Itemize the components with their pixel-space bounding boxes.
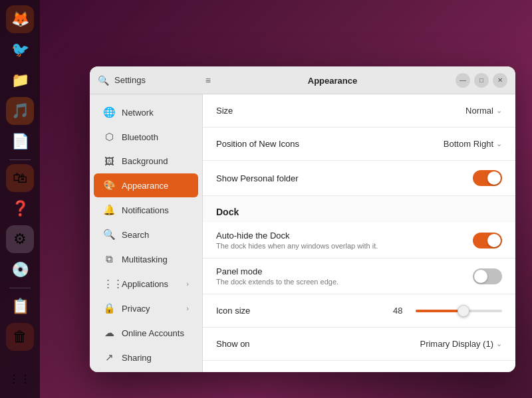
titlebar: 🔍 Settings ≡ Appearance — □ ✕ <box>90 66 515 94</box>
icon-size-slider-container: 48 <box>393 306 502 316</box>
sidebar-label-search: Search <box>122 230 149 240</box>
auto-hide-sublabel: The dock hides when any windows overlap … <box>216 242 473 250</box>
disk-icon[interactable]: 💿 <box>6 256 34 284</box>
personal-folder-toggle[interactable] <box>473 170 502 186</box>
size-row: Size Normal ⌄ <box>203 94 515 128</box>
trash-icon[interactable]: 🗑 <box>6 323 34 351</box>
settings-icon[interactable]: ⚙ <box>6 225 34 253</box>
applications-icon: ⋮⋮ <box>103 278 115 290</box>
clipboard-icon[interactable]: 📋 <box>6 292 34 320</box>
show-on-row: Show on Primary Display (1) ⌄ <box>203 328 515 361</box>
size-value[interactable]: Normal ⌄ <box>466 106 502 116</box>
files-icon[interactable]: 📁 <box>6 66 34 94</box>
window-body: 🌐 Network ⬡ Bluetooth 🖼 Background 🎨 App… <box>90 94 515 372</box>
sidebar-item-network[interactable]: 🌐 Network <box>94 100 198 124</box>
content-area: Size Normal ⌄ Position of New Icons Bott… <box>203 94 515 372</box>
background-icon: 🖼 <box>103 155 115 167</box>
position-new-icons-label: Position of New Icons <box>216 139 444 149</box>
appearance-title: Appearance <box>308 76 357 86</box>
size-chevron-icon: ⌄ <box>496 106 502 115</box>
panel-mode-toggle[interactable] <box>473 268 502 284</box>
auto-hide-label-group: Auto-hide the Dock The dock hides when a… <box>216 231 473 250</box>
personal-folder-toggle-knob <box>487 171 501 185</box>
auto-hide-toggle-knob <box>487 234 501 247</box>
sidebar-item-applications[interactable]: ⋮⋮ Applications › <box>94 272 198 296</box>
window-controls: — □ ✕ <box>454 73 507 88</box>
panel-mode-label: Panel mode <box>216 266 473 276</box>
show-on-chevron-icon: ⌄ <box>496 340 502 348</box>
show-on-value[interactable]: Primary Display (1) ⌄ <box>420 339 502 349</box>
position-screen-row: Position on screen Left ⌄ <box>203 361 515 372</box>
sidebar-label-bluetooth: Bluetooth <box>122 132 158 142</box>
show-on-value-text: Primary Display (1) <box>420 339 493 349</box>
taskbar-divider-2 <box>9 288 31 288</box>
auto-hide-label: Auto-hide the Dock <box>216 231 473 241</box>
sidebar-label-background: Background <box>122 156 168 166</box>
settings-window-title: Settings <box>114 75 146 85</box>
privacy-chevron-icon: › <box>186 304 189 312</box>
help-icon[interactable]: ❓ <box>6 195 34 223</box>
sidebar-item-appearance[interactable]: 🎨 Appearance <box>94 173 198 197</box>
sidebar-item-background[interactable]: 🖼 Background <box>94 149 198 173</box>
icon-size-slider[interactable] <box>416 310 502 312</box>
sidebar-item-multitasking[interactable]: ⧉ Multitasking <box>94 247 198 271</box>
position-new-icons-value[interactable]: Bottom Right ⌄ <box>444 139 502 149</box>
appearance-icon: 🎨 <box>103 179 115 191</box>
sidebar-item-bluetooth[interactable]: ⬡ Bluetooth <box>94 125 198 149</box>
sidebar-label-sharing: Sharing <box>122 353 152 363</box>
dock-section-header: Dock <box>203 196 515 223</box>
titlebar-left: 🔍 Settings ≡ <box>98 75 211 86</box>
grid-icon[interactable]: ⋮⋮ <box>6 365 34 393</box>
icon-size-slider-thumb[interactable] <box>458 305 469 317</box>
position-new-icons-chevron-icon: ⌄ <box>496 140 502 148</box>
auto-hide-toggle[interactable] <box>473 233 502 249</box>
notifications-icon: 🔔 <box>103 204 115 216</box>
sidebar-item-sound[interactable]: ♩ Sound <box>94 370 198 372</box>
appstore-icon[interactable]: 🛍 <box>6 164 34 192</box>
minimize-button[interactable]: — <box>456 73 470 88</box>
maximize-button[interactable]: □ <box>474 73 489 88</box>
panel-mode-toggle-knob <box>474 270 487 283</box>
sidebar-item-online-accounts[interactable]: ☁ Online Accounts <box>94 321 198 345</box>
online-accounts-icon: ☁ <box>103 327 115 339</box>
sidebar-label-notifications: Notifications <box>122 205 169 215</box>
close-button[interactable]: ✕ <box>493 73 507 88</box>
search-icon[interactable]: 🔍 <box>98 75 109 86</box>
network-icon: 🌐 <box>103 106 115 118</box>
sidebar-label-appearance: Appearance <box>122 181 168 191</box>
docs-icon[interactable]: 📄 <box>6 128 34 155</box>
sidebar-item-search[interactable]: 🔍 Search <box>94 223 198 247</box>
auto-hide-row: Auto-hide the Dock The dock hides when a… <box>203 223 515 258</box>
icon-size-row: Icon size 48 <box>203 294 515 328</box>
rhythmbox-icon[interactable]: 🎵 <box>6 97 34 125</box>
icon-size-slider-fill <box>416 310 464 312</box>
multitasking-icon: ⧉ <box>103 253 115 265</box>
search-sidebar-icon: 🔍 <box>103 229 115 241</box>
firefox-icon[interactable]: 🦊 <box>6 5 34 33</box>
privacy-icon: 🔒 <box>103 302 115 314</box>
sharing-icon: ↗ <box>103 351 115 363</box>
settings-window: 🔍 Settings ≡ Appearance — □ ✕ 🌐 Network … <box>90 66 515 372</box>
thunderbird-icon[interactable]: 🐦 <box>6 36 34 64</box>
show-on-label: Show on <box>216 339 420 349</box>
personal-folder-label: Show Personal folder <box>216 173 473 183</box>
taskbar-divider <box>9 159 31 160</box>
taskbar: 🦊 🐦 📁 🎵 📄 🛍 ❓ ⚙ 💿 📋 🗑 ⋮⋮ <box>0 0 40 398</box>
panel-mode-row: Panel mode The dock extends to the scree… <box>203 258 515 294</box>
icon-size-value: 48 <box>393 306 409 316</box>
sidebar-item-notifications[interactable]: 🔔 Notifications <box>94 198 198 222</box>
icon-size-label: Icon size <box>216 306 393 316</box>
sidebar: 🌐 Network ⬡ Bluetooth 🖼 Background 🎨 App… <box>90 94 203 372</box>
position-new-icons-row: Position of New Icons Bottom Right ⌄ <box>203 128 515 161</box>
sidebar-label-network: Network <box>122 108 154 118</box>
sidebar-label-privacy: Privacy <box>122 304 150 314</box>
menu-icon[interactable]: ≡ <box>205 75 211 86</box>
panel-mode-label-group: Panel mode The dock extends to the scree… <box>216 266 473 286</box>
size-value-text: Normal <box>466 106 493 116</box>
applications-chevron-icon: › <box>186 280 189 288</box>
personal-folder-row: Show Personal folder <box>203 161 515 196</box>
sidebar-item-sharing[interactable]: ↗ Sharing <box>94 346 198 369</box>
bluetooth-icon: ⬡ <box>103 131 115 143</box>
sidebar-item-privacy[interactable]: 🔒 Privacy › <box>94 296 198 320</box>
sidebar-label-online-accounts: Online Accounts <box>122 328 184 338</box>
